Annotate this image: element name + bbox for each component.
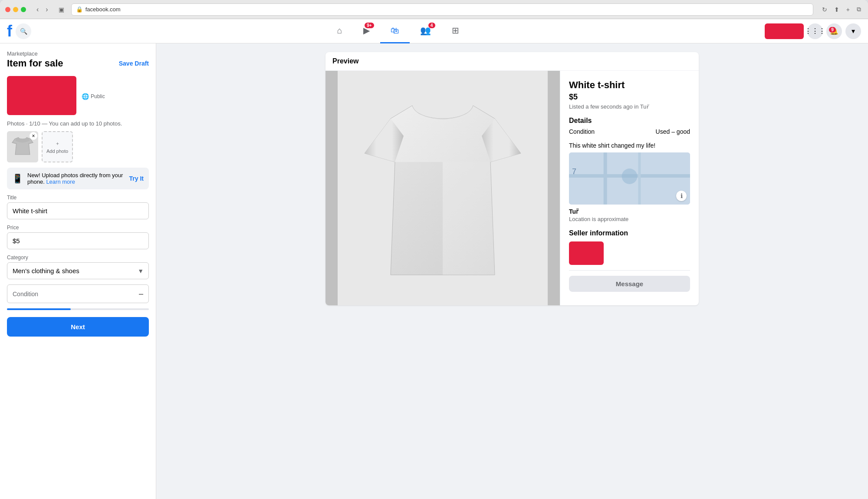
svg-rect-3 bbox=[604, 152, 607, 205]
facebook-logo: f bbox=[7, 22, 12, 40]
close-button[interactable] bbox=[5, 7, 10, 12]
traffic-lights bbox=[5, 7, 26, 12]
title-form-group: Title bbox=[7, 195, 149, 219]
item-price: $5 bbox=[569, 93, 690, 102]
phone-icon: 📱 bbox=[12, 173, 23, 184]
photo-remove-button[interactable]: × bbox=[30, 132, 37, 140]
maximize-button[interactable] bbox=[21, 7, 26, 12]
preview-card: Preview bbox=[326, 52, 699, 305]
url-text: facebook.com bbox=[85, 6, 121, 13]
photo-thumb: × bbox=[7, 131, 38, 162]
condition-dash-icon: – bbox=[139, 289, 143, 298]
condition-row: Condition Used – good bbox=[569, 128, 690, 135]
apps-button[interactable]: ⋮⋮⋮ bbox=[807, 23, 823, 39]
browser-nav: ‹ › bbox=[34, 4, 51, 15]
browser-actions: ↻ ⬆ + ⧉ bbox=[820, 4, 863, 15]
public-label: Public bbox=[91, 93, 105, 99]
reload-button[interactable]: ↻ bbox=[820, 4, 829, 15]
photo-upload-area[interactable] bbox=[7, 76, 76, 115]
condition-key: Condition bbox=[569, 128, 595, 135]
category-form-group: Category Men's clothing & shoes ▼ bbox=[7, 254, 149, 279]
save-draft-button[interactable]: Save Draft bbox=[119, 60, 149, 67]
preview-header: Preview bbox=[326, 52, 699, 71]
add-photo-label: Add photo bbox=[46, 149, 68, 154]
img-side-bar-right bbox=[548, 71, 560, 305]
nav-groups[interactable]: 👥 4 bbox=[410, 19, 441, 43]
seller-info-title: Seller information bbox=[569, 229, 690, 237]
add-photo-button[interactable]: ＋ Add photo bbox=[42, 131, 73, 162]
seller-avatar bbox=[569, 241, 604, 265]
title-label: Title bbox=[7, 195, 149, 201]
nav-right: ⋮⋮⋮ 🔔 9 ▾ bbox=[765, 23, 861, 39]
account-button[interactable]: ▾ bbox=[845, 23, 861, 39]
marketplace-label: Marketplace bbox=[7, 50, 149, 57]
download-button[interactable]: ⬆ bbox=[832, 4, 841, 15]
price-form-group: Price bbox=[7, 225, 149, 249]
svg-text:7: 7 bbox=[572, 167, 576, 176]
main-layout: Marketplace Item for sale Save Draft 🌐 P… bbox=[0, 43, 868, 499]
photos-label: Photos · 1/10 — You can add up to 10 pho… bbox=[7, 120, 149, 127]
item-title: White t-shirt bbox=[569, 79, 690, 91]
photos-row: × ＋ Add photo bbox=[7, 131, 149, 162]
divider bbox=[569, 270, 690, 271]
nav-gaming[interactable]: ⊞ bbox=[441, 19, 470, 43]
public-badge: 🌐 Public bbox=[82, 93, 105, 100]
forward-button[interactable]: › bbox=[43, 4, 50, 15]
condition-form-group: Condition – bbox=[7, 284, 149, 303]
new-tab-button[interactable]: + bbox=[845, 4, 852, 15]
lock-icon: 🔒 bbox=[76, 6, 83, 13]
condition-label: Condition bbox=[13, 291, 38, 297]
progress-bar bbox=[7, 308, 149, 310]
upload-banner: 📱 New! Upload photos directly from your … bbox=[7, 168, 149, 189]
map-info-icon[interactable]: ℹ bbox=[676, 191, 687, 201]
title-input[interactable] bbox=[7, 202, 149, 219]
details-title: Details bbox=[569, 117, 690, 125]
price-input[interactable] bbox=[7, 232, 149, 249]
map-svg: 7 bbox=[569, 152, 690, 205]
facebook-navbar: f 🔍 ⌂ ▶ 9+ 🛍 👥 4 ⊞ ⋮⋮⋮ 🔔 9 ▾ bbox=[0, 19, 868, 43]
message-button[interactable]: Message bbox=[569, 276, 690, 292]
page-title: Item for sale bbox=[7, 58, 63, 69]
preview-body: White t-shirt $5 Listed a few seconds ag… bbox=[326, 71, 699, 305]
back-button[interactable]: ‹ bbox=[34, 4, 41, 15]
try-it-button[interactable]: Try It bbox=[129, 175, 144, 182]
public-icon: 🌐 bbox=[82, 93, 89, 100]
nav-home[interactable]: ⌂ bbox=[326, 19, 352, 43]
img-side-bar-left bbox=[326, 71, 338, 305]
tshirt-image bbox=[356, 84, 529, 292]
condition-field[interactable]: Condition – bbox=[7, 284, 149, 303]
nav-marketplace[interactable]: 🛍 bbox=[380, 19, 410, 43]
learn-more-link[interactable]: Learn more bbox=[46, 178, 75, 185]
tshirt-container bbox=[338, 71, 548, 305]
nav-center: ⌂ ▶ 9+ 🛍 👥 4 ⊞ bbox=[31, 19, 765, 43]
progress-fill bbox=[7, 308, 71, 310]
item-description: This white shirt changed my life! bbox=[569, 142, 690, 149]
nav-video[interactable]: ▶ 9+ bbox=[353, 19, 380, 43]
preview-details: White t-shirt $5 Listed a few seconds ag… bbox=[560, 71, 699, 305]
groups-badge: 4 bbox=[428, 23, 435, 28]
map-placeholder: 7 ℹ bbox=[569, 152, 690, 205]
browser-titlebar: ‹ › ▣ 🔒 facebook.com ↻ ⬆ + ⧉ bbox=[0, 0, 868, 19]
next-button[interactable]: Next bbox=[7, 317, 149, 337]
category-label: Category bbox=[7, 254, 149, 261]
item-listed: Listed a few seconds ago in Tur̈ bbox=[569, 103, 690, 110]
upload-banner-text: New! Upload photos directly from your ph… bbox=[27, 172, 125, 185]
item-for-sale-header: Item for sale Save Draft bbox=[7, 58, 149, 69]
tabs-button[interactable]: ⧉ bbox=[855, 4, 863, 15]
search-button[interactable]: 🔍 bbox=[16, 23, 31, 39]
address-bar[interactable]: 🔒 facebook.com bbox=[71, 3, 813, 16]
notifications-button[interactable]: 🔔 9 bbox=[826, 23, 842, 39]
notif-badge: 9 bbox=[829, 27, 836, 33]
category-select-wrapper: Men's clothing & shoes ▼ bbox=[7, 262, 149, 279]
location-name: Tur̈ bbox=[569, 208, 690, 215]
left-panel: Marketplace Item for sale Save Draft 🌐 P… bbox=[0, 43, 156, 499]
location-approx: Location is approximate bbox=[569, 216, 690, 222]
minimize-button[interactable] bbox=[13, 7, 18, 12]
plus-icon: ＋ bbox=[55, 140, 60, 147]
condition-value: Used – good bbox=[656, 128, 690, 135]
tab-icon: ▣ bbox=[59, 6, 64, 13]
category-select[interactable]: Men's clothing & shoes bbox=[7, 262, 149, 279]
profile-button[interactable] bbox=[765, 23, 804, 39]
details-section: Details Condition Used – good bbox=[569, 117, 690, 135]
preview-image-area bbox=[326, 71, 560, 305]
